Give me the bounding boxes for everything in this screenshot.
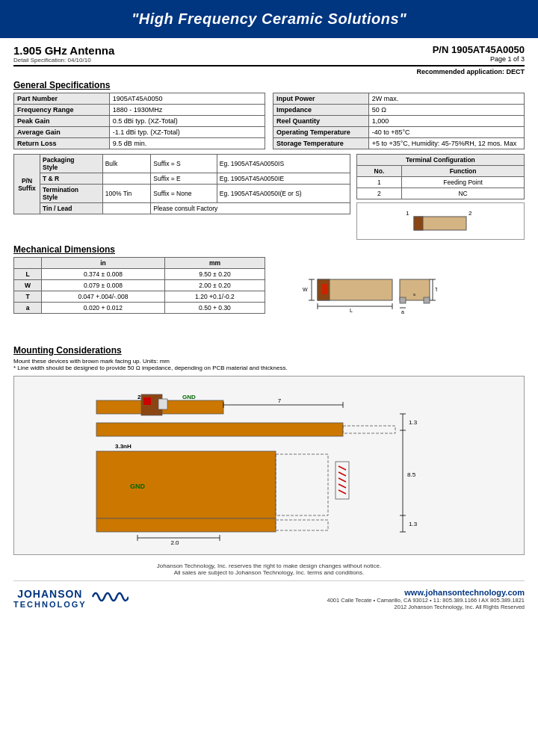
specs-left: Part Number1905AT45A0050Frequency Range1…	[13, 93, 265, 149]
header-title: "High Frequency Ceramic Solutions"	[132, 10, 406, 27]
suffix-eg1: Eg. 1905AT45A0050IS	[217, 155, 350, 173]
terminal-function: NC	[402, 188, 525, 199]
left-spec-label: Average Gain	[14, 127, 110, 138]
suffix-val4a	[102, 203, 151, 214]
svg-line-48	[338, 484, 346, 488]
disclaimer1: Johanson Technology, Inc. reserves the r…	[13, 563, 525, 569]
footer-address: 4001 Calle Tecate • Camarillo, CA 93012 …	[327, 597, 525, 604]
product-title: 1.905 GHz Antenna	[13, 44, 114, 57]
mech-mm: 0.50 + 0.30	[164, 303, 265, 314]
right-spec-row: Operating Temperature-40 to +85°C	[273, 127, 525, 138]
terminal-function: Feeding Point	[402, 177, 525, 188]
mech-row: a0.020 + 0.0120.50 + 0.30	[14, 303, 265, 314]
svg-line-49	[338, 490, 346, 494]
suffix-val3b: Suffix = None	[151, 185, 217, 203]
mounting-diagram: 2.7nH GND 7	[13, 376, 525, 555]
right-spec-value: -40 to +85°C	[368, 127, 524, 138]
mech-in: 0.079 ± 0.008	[42, 280, 165, 291]
general-specs-title: General Specifications	[13, 80, 525, 90]
suffix-cat-2b: Tin / Lead	[40, 203, 103, 214]
suffix-val4b: Please consult Factory	[151, 203, 350, 214]
left-spec-row: Return Loss9.5 dB min.	[14, 138, 265, 149]
left-spec-value: 1905AT45A0050	[109, 93, 265, 105]
svg-rect-20	[400, 297, 406, 303]
suffix-eg3: Eg. 1905AT45A0050I(E or S)	[217, 185, 350, 203]
title-row: 1.905 GHz Antenna Detail Specification: …	[13, 44, 525, 66]
terminal-svg: 1 2	[403, 206, 477, 235]
left-spec-row: Peak Gain0.5 dBi typ. (XZ-Total)	[14, 116, 265, 127]
recommended-application: Recommended application: DECT	[13, 68, 525, 75]
product-title-block: 1.905 GHz Antenna Detail Specification: …	[13, 44, 114, 63]
mech-mm: 1.20 +0.1/-0.2	[164, 291, 265, 303]
left-spec-value: -1.1 dBi typ. (XZ-Total)	[109, 127, 265, 138]
svg-text:3.3nH: 3.3nH	[115, 443, 132, 450]
terminal-diagram: 1 2	[356, 202, 525, 240]
main-content: 1.905 GHz Antenna Detail Specification: …	[0, 38, 538, 621]
mech-dim-header	[14, 258, 42, 269]
svg-rect-54	[96, 518, 276, 532]
svg-rect-6	[322, 284, 328, 294]
svg-rect-29	[143, 397, 151, 405]
mech-row: T0.047 +.004/-.0081.20 +0.1/-0.2	[14, 291, 265, 303]
mounting-note1: Mount these devices with brown mark faci…	[13, 358, 525, 365]
mech-in: 0.047 +.004/-.008	[42, 291, 165, 303]
suffix-outer-table: P/NSuffix PackagingStyle Bulk Suffix = S…	[13, 154, 350, 214]
left-spec-label: Return Loss	[14, 138, 110, 149]
svg-rect-42	[96, 451, 276, 518]
svg-text:1.3: 1.3	[409, 419, 418, 426]
right-spec-row: Impedance50 Ω	[273, 105, 525, 116]
suffix-label: P/NSuffix	[14, 155, 40, 214]
svg-rect-21	[424, 297, 430, 303]
right-spec-row: Reel Quantity1,000	[273, 116, 525, 127]
mech-in-header: in	[42, 258, 165, 269]
right-spec-table: Input Power2W max.Impedance50 ΩReel Quan…	[273, 93, 525, 149]
left-spec-row: Frequency Range1880 - 1930MHz	[14, 105, 265, 116]
suffix-cat-2: TerminationStyle	[40, 185, 103, 203]
right-spec-label: Operating Temperature	[273, 127, 369, 138]
suffix-val2a	[102, 173, 151, 185]
svg-line-46	[338, 472, 346, 476]
svg-text:2: 2	[469, 210, 472, 217]
disclaimer2: All sales are subject to Johanson Techno…	[13, 569, 525, 576]
mech-dim: a	[14, 303, 42, 314]
left-spec-row: Part Number1905AT45A0050	[14, 93, 265, 105]
svg-text:GND: GND	[182, 394, 196, 400]
terminal-config-wrap: Terminal Configuration No. Function 1Fee…	[356, 154, 525, 240]
specs-right: Input Power2W max.Impedance50 ΩReel Quan…	[273, 93, 525, 149]
suffix-cat-1b: T & R	[40, 173, 103, 185]
mech-mm-header: mm	[164, 258, 265, 269]
svg-text:a: a	[401, 309, 404, 315]
svg-text:2.0: 2.0	[170, 539, 179, 546]
mech-section: in mm L0.374 ± 0.0089.50 ± 0.20W0.079 ± …	[13, 257, 525, 341]
right-spec-label: Storage Temperature	[273, 138, 369, 149]
svg-text:W: W	[303, 287, 308, 292]
left-spec-row: Average Gain-1.1 dBi typ. (XZ-Total)	[14, 127, 265, 138]
logo-sub: TECHNOLOGY	[13, 600, 87, 609]
right-spec-value: 50 Ω	[368, 105, 524, 116]
footer-right: www.johansontechnology.com 4001 Calle Te…	[327, 588, 525, 610]
suffix-cat-1: PackagingStyle	[40, 155, 103, 173]
mounting-notes: Mount these devices with brown mark faci…	[13, 358, 525, 371]
right-spec-value: +5 to +35°C, Humidity: 45-75%RH, 12 mos.…	[368, 138, 524, 149]
right-spec-row: Input Power2W max.	[273, 93, 525, 105]
suffix-val1b: Suffix = S	[151, 155, 217, 173]
header-banner: "High Frequency Ceramic Solutions"	[0, 0, 538, 38]
footer-copyright: 2012 Johanson Technology, Inc. All Right…	[327, 604, 525, 610]
pn-number: P/N 1905AT45A0050	[433, 44, 525, 55]
svg-rect-36	[343, 426, 395, 433]
mech-mm: 9.50 ± 0.20	[164, 269, 265, 280]
logo-waves-icon	[91, 586, 129, 612]
detail-spec: Detail Specification: 04/10/10	[13, 57, 114, 63]
mech-in: 0.374 ± 0.008	[42, 269, 165, 280]
terminal-no: 1	[356, 177, 401, 188]
mech-in: 0.020 + 0.012	[42, 303, 165, 314]
mech-dim: L	[14, 269, 42, 280]
mounting-title: Mounting Considerations	[13, 345, 525, 356]
suffix-eg2: Eg. 1905AT45A0050IE	[217, 173, 350, 185]
svg-rect-55	[276, 520, 328, 530]
left-spec-label: Frequency Range	[14, 105, 110, 116]
terminal-row: 2NC	[356, 188, 524, 199]
footer-logo-row: JOHANSON TECHNOLOGY www.johansontechnolo…	[13, 580, 525, 612]
terminal-no-header: No.	[356, 166, 401, 177]
svg-text:L: L	[350, 308, 353, 313]
